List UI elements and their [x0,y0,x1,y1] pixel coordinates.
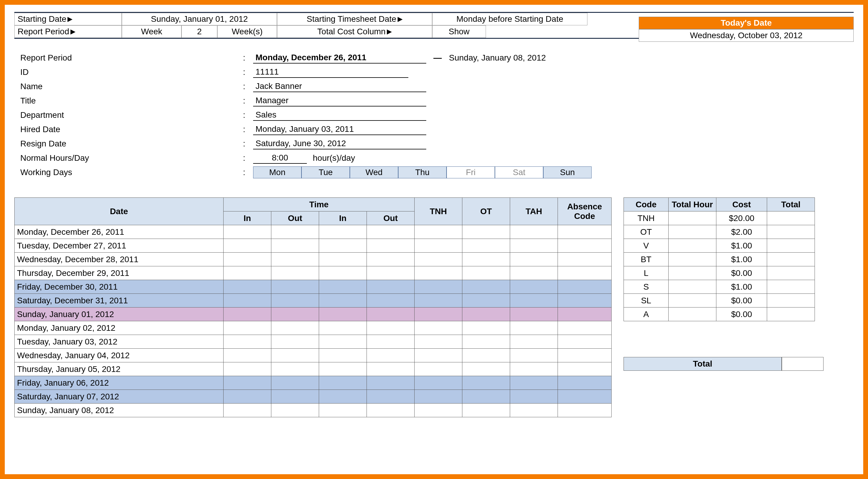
time-cell[interactable] [319,266,367,280]
time-cell[interactable] [414,308,462,321]
normal-value[interactable]: 8:00 [253,152,307,164]
time-cell[interactable] [367,266,414,280]
time-cell[interactable] [510,280,558,294]
dept-value[interactable]: Sales [253,109,426,121]
day-wed[interactable]: Wed [350,166,398,178]
time-cell[interactable] [367,280,414,294]
time-cell[interactable] [271,349,319,363]
time-cell[interactable] [558,280,612,294]
time-cell[interactable] [462,349,510,363]
time-cell[interactable] [367,335,414,349]
time-cell[interactable] [223,266,271,280]
time-cell[interactable] [319,294,367,308]
time-cell[interactable] [558,225,612,239]
day-mon[interactable]: Mon [253,166,302,178]
day-sat[interactable]: Sat [495,166,543,178]
time-cell[interactable] [271,335,319,349]
time-cell[interactable] [414,376,462,390]
time-cell[interactable] [510,376,558,390]
time-cell[interactable] [558,390,612,404]
time-cell[interactable] [462,363,510,376]
time-cell[interactable] [510,390,558,404]
time-cell[interactable] [367,376,414,390]
time-cell[interactable] [367,225,414,239]
time-cell[interactable] [319,239,367,252]
time-cell[interactable] [367,349,414,363]
time-cell[interactable] [558,376,612,390]
time-cell[interactable] [271,225,319,239]
time-cell[interactable] [510,294,558,308]
time-cell[interactable] [558,404,612,417]
time-cell[interactable] [271,404,319,417]
report-period-unit[interactable]: Week [122,25,182,38]
time-cell[interactable] [223,390,271,404]
time-cell[interactable] [223,294,271,308]
time-cell[interactable] [367,252,414,266]
time-cell[interactable] [462,308,510,321]
time-cell[interactable] [319,225,367,239]
time-cell[interactable] [319,321,367,335]
time-cell[interactable] [271,321,319,335]
time-cell[interactable] [271,390,319,404]
time-cell[interactable] [462,239,510,252]
time-cell[interactable] [367,390,414,404]
time-cell[interactable] [510,349,558,363]
time-cell[interactable] [367,294,414,308]
time-cell[interactable] [558,266,612,280]
time-cell[interactable] [558,252,612,266]
time-cell[interactable] [558,363,612,376]
time-cell[interactable] [414,239,462,252]
time-cell[interactable] [414,321,462,335]
time-cell[interactable] [319,390,367,404]
starting-date-value[interactable]: Sunday, January 01, 2012 [122,13,277,25]
time-cell[interactable] [223,280,271,294]
time-cell[interactable] [558,239,612,252]
time-cell[interactable] [510,239,558,252]
time-cell[interactable] [510,363,558,376]
id-value[interactable]: 11111 [253,67,408,78]
time-cell[interactable] [462,335,510,349]
time-cell[interactable] [223,363,271,376]
time-cell[interactable] [558,294,612,308]
resign-value[interactable]: Saturday, June 30, 2012 [253,138,426,149]
time-cell[interactable] [510,252,558,266]
time-cell[interactable] [558,308,612,321]
time-cell[interactable] [271,280,319,294]
time-cell[interactable] [462,321,510,335]
day-sun[interactable]: Sun [543,166,592,178]
time-cell[interactable] [414,225,462,239]
day-fri[interactable]: Fri [446,166,495,178]
time-cell[interactable] [223,404,271,417]
timesheet-date-value[interactable]: Monday before Starting Date [432,13,587,25]
time-cell[interactable] [414,252,462,266]
time-cell[interactable] [223,225,271,239]
time-cell[interactable] [319,280,367,294]
time-cell[interactable] [510,308,558,321]
time-cell[interactable] [414,280,462,294]
time-cell[interactable] [223,321,271,335]
time-cell[interactable] [319,404,367,417]
time-cell[interactable] [223,239,271,252]
time-cell[interactable] [414,390,462,404]
time-cell[interactable] [223,252,271,266]
day-tue[interactable]: Tue [302,166,350,178]
time-cell[interactable] [462,266,510,280]
time-cell[interactable] [510,266,558,280]
time-cell[interactable] [462,280,510,294]
time-cell[interactable] [414,349,462,363]
time-cell[interactable] [367,308,414,321]
time-cell[interactable] [462,376,510,390]
time-cell[interactable] [223,308,271,321]
time-cell[interactable] [462,252,510,266]
time-cell[interactable] [558,349,612,363]
time-cell[interactable] [414,266,462,280]
time-cell[interactable] [510,404,558,417]
time-cell[interactable] [319,335,367,349]
time-cell[interactable] [367,404,414,417]
time-cell[interactable] [414,404,462,417]
time-cell[interactable] [223,376,271,390]
time-cell[interactable] [558,321,612,335]
time-cell[interactable] [319,252,367,266]
time-cell[interactable] [462,225,510,239]
time-cell[interactable] [367,239,414,252]
